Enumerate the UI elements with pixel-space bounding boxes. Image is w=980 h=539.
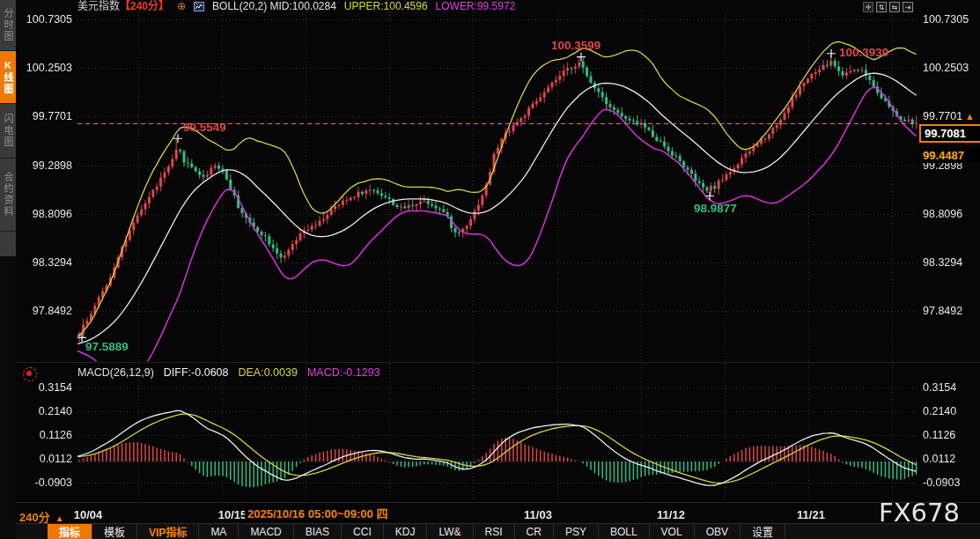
price-annotation: 100.3939 bbox=[839, 46, 888, 59]
chart-type-icon[interactable] bbox=[194, 2, 204, 11]
macd-params-label: MACD(26,12,9) bbox=[77, 366, 154, 379]
alert-icon[interactable] bbox=[23, 367, 37, 381]
crosshair-time-tooltip: 2025/10/16 05:00~09:00 四 bbox=[245, 506, 390, 522]
move-tool-icon[interactable]: ✛ bbox=[863, 2, 873, 12]
macd-tick-right: 0.3154 bbox=[923, 381, 976, 394]
macd-tick-left: 0.2140 bbox=[19, 405, 72, 417]
toolbar-item-CCI[interactable]: CCI bbox=[342, 524, 384, 539]
y-tick-right: 98.3294 bbox=[923, 256, 976, 269]
sidebar-filler bbox=[0, 232, 16, 256]
trading-app: 分时图K线图闪电图合约资料 美元指数【240分】 ⊕ BOLL(20,2) MI… bbox=[0, 0, 980, 539]
toolbar-item-OBV[interactable]: OBV bbox=[695, 524, 741, 539]
toolbar-item-模板[interactable]: 模板 bbox=[92, 524, 137, 539]
x-tick: 10/04 bbox=[74, 508, 103, 521]
last-price-arrow-icon: ▲ bbox=[965, 111, 975, 122]
x-tick: 11/03 bbox=[524, 508, 552, 521]
sidebar-item-1[interactable]: 分时图 bbox=[0, 0, 16, 51]
toolbar-item-BIAS[interactable]: BIAS bbox=[294, 524, 342, 539]
period-arrow-icon: ▲ bbox=[55, 513, 64, 523]
kline-chart-canvas[interactable] bbox=[0, 0, 980, 539]
symbol-name: 美元指数 bbox=[77, 0, 120, 12]
last-price-marker: 99.7081 bbox=[919, 124, 980, 143]
toolbar-item-CR[interactable]: CR bbox=[515, 524, 554, 539]
boll-upper-label: UPPER:100.4596 bbox=[344, 0, 428, 13]
x-tick: 11/12 bbox=[657, 508, 685, 521]
sidebar: 分时图K线图闪电图合约资料 bbox=[0, 0, 16, 539]
toolbar-item-BOLL[interactable]: BOLL bbox=[599, 524, 650, 539]
macd-header: MACD(26,12,9) DIFF:-0.0608 DEA:0.0039 MA… bbox=[77, 366, 380, 379]
macd-tick-left: 0.3154 bbox=[19, 381, 72, 394]
toolbar-item-MACD[interactable]: MACD bbox=[239, 524, 293, 539]
toolbar-item-LW&[interactable]: LW& bbox=[427, 524, 473, 539]
macd-diff-value: DIFF:-0.0608 bbox=[164, 366, 229, 379]
boll-lower-label: LOWER:99.5972 bbox=[436, 0, 516, 13]
chart-tool-buttons: ✛⇅⇆⇥ bbox=[863, 2, 913, 12]
macd-tick-right: 0.2140 bbox=[923, 405, 976, 417]
toolbar-item-指标[interactable]: 指标 bbox=[48, 524, 92, 539]
macd-macd-value: MACD:-0.1293 bbox=[307, 366, 380, 379]
sidebar-item-4[interactable]: 合约资料 bbox=[0, 159, 16, 232]
shift-right-icon[interactable]: ⇥ bbox=[903, 2, 913, 12]
toolbar-item-MA[interactable]: MA bbox=[199, 524, 239, 539]
add-indicator-icon[interactable]: ⊕ bbox=[177, 0, 186, 13]
toolbar-item-设置[interactable]: 设置 bbox=[741, 524, 785, 539]
price-annotation: 97.5889 bbox=[85, 340, 129, 353]
period-badge: 【240分】 bbox=[120, 0, 169, 12]
toolbar-item-PSY[interactable]: PSY bbox=[554, 524, 599, 539]
sidebar-item-3[interactable]: 闪电图 bbox=[0, 104, 16, 159]
symbol-title: 美元指数【240分】 bbox=[77, 0, 169, 13]
y-tick-left: 99.2898 bbox=[19, 159, 72, 172]
y-tick-right: 100.2503 bbox=[923, 62, 976, 74]
macd-tick-right: 0.1126 bbox=[923, 429, 976, 441]
y-tick-right: 98.8096 bbox=[923, 208, 976, 220]
toolbar-item-RSI[interactable]: RSI bbox=[474, 524, 515, 539]
y-tick-left: 98.3294 bbox=[19, 256, 72, 269]
macd-tick-left: -0.0903 bbox=[19, 476, 72, 489]
x-tick: 11/21 bbox=[797, 508, 825, 521]
macd-tick-left: 0.0112 bbox=[19, 453, 72, 465]
chart-header: 美元指数【240分】 ⊕ BOLL(20,2) MID:100.0284 UPP… bbox=[77, 0, 515, 13]
toolbar-item-VOL[interactable]: VOL bbox=[650, 524, 695, 539]
macd-tick-left: 0.1126 bbox=[19, 429, 72, 441]
y-tick-right: 97.8492 bbox=[923, 305, 976, 317]
toolbar-item-VIP指标[interactable]: VIP指标 bbox=[137, 524, 199, 539]
macd-tick-right: 0.0112 bbox=[923, 453, 976, 465]
y-tick-left: 97.8492 bbox=[19, 305, 72, 317]
x-tick: 10/15 bbox=[218, 508, 247, 521]
scale-vertical-icon[interactable]: ⇅ bbox=[876, 2, 887, 12]
price-annotation: 100.3599 bbox=[551, 39, 601, 52]
secondary-price-marker: 99.4487 bbox=[919, 149, 980, 163]
indicator-toolbar: 指标模板VIP指标MAMACDBIASCCIKDJLW&RSICRPSYBOLL… bbox=[16, 523, 980, 539]
macd-dea-value: DEA:0.0039 bbox=[238, 366, 297, 379]
y-tick-right: 100.7305 bbox=[923, 13, 976, 26]
price-annotation: 98.9877 bbox=[694, 202, 737, 215]
y-tick-left: 99.7701 bbox=[19, 110, 72, 122]
y-tick-left: 98.8096 bbox=[19, 208, 72, 220]
y-tick-left: 100.2503 bbox=[19, 62, 72, 74]
sidebar-item-2[interactable]: K线图 bbox=[0, 51, 16, 104]
boll-mid-label: BOLL(20,2) MID:100.0284 bbox=[212, 0, 336, 13]
price-annotation: 99.5549 bbox=[183, 121, 226, 134]
scale-horizontal-icon[interactable]: ⇆ bbox=[889, 2, 900, 12]
macd-tick-right: -0.0903 bbox=[923, 476, 976, 489]
x-axis-row: 240分▲ 10/0410/1510/2411/0311/1211/212025… bbox=[16, 502, 980, 525]
y-tick-left: 100.7305 bbox=[19, 13, 72, 26]
toolbar-item-KDJ[interactable]: KDJ bbox=[384, 524, 428, 539]
